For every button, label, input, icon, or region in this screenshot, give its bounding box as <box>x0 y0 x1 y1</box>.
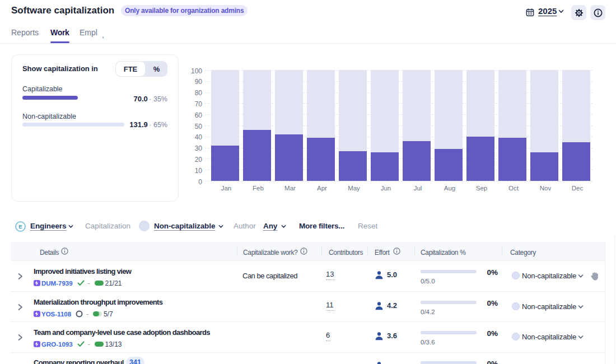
svg-text:E: E <box>18 223 22 230</box>
